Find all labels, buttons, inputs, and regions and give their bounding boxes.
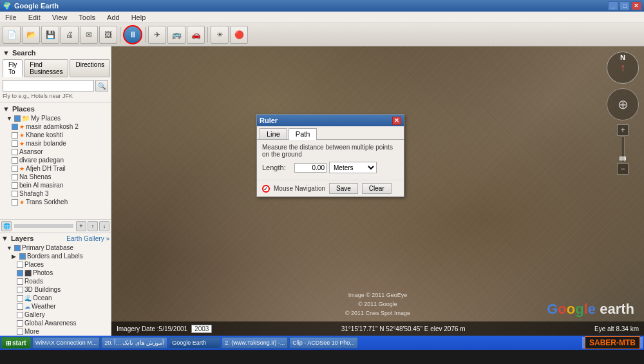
list-item[interactable]: 3D Buildings <box>1 285 109 294</box>
toolbar-photo-btn[interactable]: 🖼 <box>99 26 117 44</box>
toolbar-email-btn[interactable]: ✉ <box>80 26 98 44</box>
taskbar-item-acdsee[interactable]: Clip - ACDSee 10 Pho... <box>289 337 358 349</box>
toolbar-open-btn[interactable]: 📂 <box>22 26 40 44</box>
menu-view[interactable]: View <box>50 14 70 21</box>
list-item[interactable]: Global Awareness <box>1 319 109 327</box>
toolbar-ruler-btn[interactable]: ⏸ <box>123 25 142 44</box>
toolbar-transit-btn[interactable]: 🚌 <box>167 26 185 44</box>
menu-add[interactable]: Add <box>104 14 122 21</box>
zoom-in-btn[interactable]: + <box>617 124 629 136</box>
map-area[interactable]: N ↑ ⊕ + − Ruler ✕ Line <box>111 46 644 336</box>
tab-find-businesses[interactable]: Find Businesses <box>24 59 68 77</box>
list-item[interactable]: divare padegan <box>1 156 109 164</box>
tree-primary-db[interactable]: ▼ Primary Database <box>1 244 109 252</box>
scrollbar[interactable] <box>14 224 73 228</box>
list-item[interactable]: ☁ Weather <box>1 302 109 311</box>
mouse-nav-checkbox[interactable]: ✓ <box>262 185 270 193</box>
compass[interactable]: N ↑ <box>607 52 639 84</box>
item-checkbox[interactable] <box>12 182 18 189</box>
layer-checkbox[interactable] <box>17 262 23 268</box>
close-btn[interactable]: ✕ <box>631 1 641 10</box>
toolbar-mars-btn[interactable]: 🔴 <box>230 26 248 44</box>
layer-checkbox[interactable] <box>17 320 23 327</box>
start-button[interactable]: ⊞ start <box>1 337 31 349</box>
toolbar-new-btn[interactable]: 📄 <box>3 26 21 44</box>
list-item[interactable]: 🌊 Ocean <box>1 294 109 302</box>
add-place-btn[interactable]: + <box>76 221 86 231</box>
move-up-btn[interactable]: ↑ <box>88 221 98 231</box>
item-checkbox[interactable] <box>12 132 18 139</box>
layer-checkbox[interactable] <box>19 253 26 260</box>
item-checkbox[interactable] <box>12 166 18 172</box>
toolbar-print-btn[interactable]: 🖨 <box>61 26 79 44</box>
item-checkbox[interactable] <box>12 149 18 155</box>
taskbar-item-biketo[interactable]: 20. آموزش های بایک ...آ <box>101 337 167 349</box>
list-item[interactable]: ▶ Borders and Labels <box>1 252 109 260</box>
list-item[interactable]: ★ masir adamkosh 2 <box>1 122 109 131</box>
menu-help[interactable]: Help <box>129 14 149 21</box>
list-item[interactable]: ★ Afjeh DH Trail <box>1 164 109 173</box>
minimize-btn[interactable]: _ <box>608 1 618 10</box>
list-item[interactable]: Gallery <box>1 311 109 319</box>
item-checkbox[interactable] <box>12 124 18 130</box>
list-item[interactable]: bein Al masiran <box>1 181 109 189</box>
layer-checkbox[interactable] <box>17 270 23 276</box>
list-item[interactable]: Places <box>1 260 109 269</box>
ruler-unit-select[interactable]: Meters Kilometers Miles Feet <box>329 162 377 173</box>
taskbar-item-wimax[interactable]: WiMAX Connection M... <box>32 337 100 349</box>
list-item[interactable]: ★ masir bolande <box>1 139 109 148</box>
maximize-btn[interactable]: □ <box>620 1 630 10</box>
layer-checkbox[interactable] <box>17 278 23 285</box>
item-checkbox[interactable] <box>12 191 18 197</box>
menu-edit[interactable]: Edit <box>26 14 43 21</box>
ruler-clear-btn[interactable]: Clear <box>362 183 392 194</box>
taskbar-item-taksong[interactable]: 2. (www.TakSong.ir) -... <box>222 337 288 349</box>
ruler-tab-path[interactable]: Path <box>289 128 317 140</box>
tab-fly-to[interactable]: Fly To <box>3 59 23 77</box>
globe-btn[interactable]: 🌐 <box>1 221 12 231</box>
ruler-length-value[interactable] <box>294 163 327 173</box>
list-item[interactable]: Shafagh 3 <box>1 189 109 198</box>
item-checkbox[interactable] <box>12 157 18 164</box>
search-go-btn[interactable]: 🔍 <box>95 80 108 91</box>
toolbar-fly-btn[interactable]: ✈ <box>148 26 166 44</box>
toolbar-save-btn[interactable]: 💾 <box>41 26 59 44</box>
place-label: Afjeh DH Trail <box>26 165 66 172</box>
item-checkbox[interactable] <box>12 199 18 206</box>
menu-tools[interactable]: Tools <box>76 14 98 21</box>
zoom-thumb[interactable] <box>620 157 626 160</box>
toolbar-sun-btn[interactable]: ☀ <box>211 26 229 44</box>
list-item[interactable]: Asansor <box>1 148 109 156</box>
layer-checkbox[interactable] <box>17 312 23 318</box>
layer-checkbox[interactable] <box>17 287 23 293</box>
toolbar-drive-btn[interactable]: 🚗 <box>187 26 205 44</box>
primary-db-checkbox[interactable] <box>14 245 21 251</box>
earth-gallery-link[interactable]: Earth Gallery » <box>66 235 109 242</box>
menu-file[interactable]: File <box>3 14 19 21</box>
item-checkbox[interactable] <box>12 140 18 147</box>
my-places-checkbox[interactable] <box>14 115 21 122</box>
list-item[interactable]: ★ Khane koshti <box>1 131 109 139</box>
layer-checkbox[interactable] <box>17 329 23 335</box>
ruler-tab-line[interactable]: Line <box>260 128 287 139</box>
move-down-btn[interactable]: ↓ <box>99 221 109 231</box>
nav-ring[interactable]: ⊕ <box>607 88 639 120</box>
taskbar-item-googleearth[interactable]: Google Earth <box>169 337 220 349</box>
list-item[interactable]: ★ Trans Sorkheh <box>1 198 109 206</box>
list-item[interactable]: More <box>1 327 109 336</box>
search-input[interactable] <box>3 80 94 91</box>
title-bar-controls[interactable]: _ □ ✕ <box>608 1 641 10</box>
zoom-out-btn[interactable]: − <box>617 163 629 175</box>
list-item[interactable]: Na Shenas <box>1 173 109 181</box>
ruler-save-btn[interactable]: Save <box>329 183 358 194</box>
imagery-year-btn[interactable]: 2003 <box>191 325 212 333</box>
tab-directions[interactable]: Directions <box>70 59 109 77</box>
ruler-dialog-close-btn[interactable]: ✕ <box>392 117 401 125</box>
list-item[interactable]: Roads <box>1 277 109 285</box>
tree-my-places[interactable]: ▼ 📁 My Places <box>1 114 109 122</box>
zoom-track[interactable] <box>621 137 625 162</box>
layer-checkbox[interactable] <box>17 295 23 302</box>
item-checkbox[interactable] <box>12 174 18 180</box>
list-item[interactable]: ⬛ Photos <box>1 269 109 277</box>
layer-checkbox[interactable] <box>17 303 23 310</box>
